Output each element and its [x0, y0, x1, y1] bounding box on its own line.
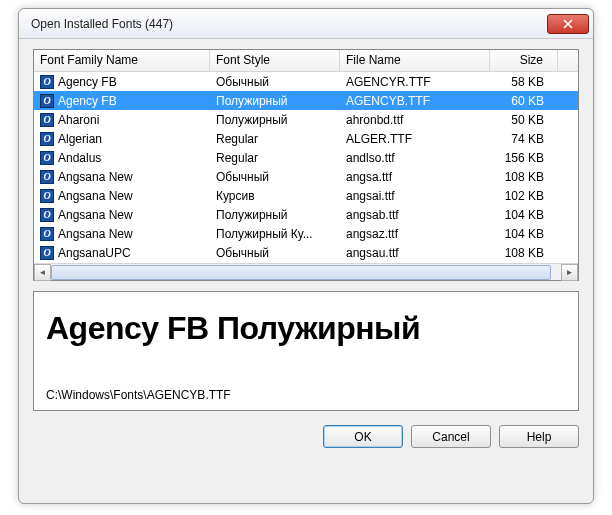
- font-name-label: Agency FB: [58, 94, 117, 108]
- scroll-track[interactable]: [51, 264, 561, 281]
- cell-font-name: OAndalus: [34, 151, 210, 165]
- cell-font-style: Курсив: [210, 189, 340, 203]
- cell-font-style: Полужирный: [210, 94, 340, 108]
- cell-font-name: OAngsana New: [34, 170, 210, 184]
- font-file-icon: O: [40, 94, 54, 108]
- dialog-content: Font Family Name Font Style File Name Si…: [19, 39, 593, 503]
- table-row[interactable]: OAngsana NewКурсивangsai.ttf102 KB: [34, 186, 578, 205]
- cell-font-style: Полужирный: [210, 208, 340, 222]
- cell-font-name: OAgency FB: [34, 75, 210, 89]
- cell-font-style: Полужирный: [210, 113, 340, 127]
- font-file-icon: O: [40, 170, 54, 184]
- cell-file-size: 108 KB: [490, 170, 558, 184]
- col-header-style[interactable]: Font Style: [210, 50, 340, 71]
- scroll-left-button[interactable]: ◄: [34, 264, 51, 281]
- font-file-icon: O: [40, 189, 54, 203]
- open-fonts-dialog: Open Installed Fonts (447) Font Family N…: [18, 8, 594, 504]
- cell-font-name: OAharoni: [34, 113, 210, 127]
- font-name-label: AngsanaUPC: [58, 246, 131, 260]
- titlebar: Open Installed Fonts (447): [19, 9, 593, 39]
- font-file-icon: O: [40, 227, 54, 241]
- font-name-label: Angsana New: [58, 227, 133, 241]
- scroll-thumb[interactable]: [51, 265, 551, 280]
- col-header-size[interactable]: Size: [490, 50, 558, 71]
- table-row[interactable]: OAndalusRegularandlso.ttf156 KB: [34, 148, 578, 167]
- font-file-icon: O: [40, 132, 54, 146]
- cell-font-name: OAngsanaUPC: [34, 246, 210, 260]
- close-button[interactable]: [547, 14, 589, 34]
- cell-font-style: Полужирный Ку...: [210, 227, 340, 241]
- window-title: Open Installed Fonts (447): [31, 17, 547, 31]
- font-file-icon: O: [40, 246, 54, 260]
- col-header-name[interactable]: Font Family Name: [34, 50, 210, 71]
- cell-file-name: angsa.ttf: [340, 170, 490, 184]
- cell-file-size: 104 KB: [490, 208, 558, 222]
- cell-file-name: ALGER.TTF: [340, 132, 490, 146]
- cell-file-name: angsai.ttf: [340, 189, 490, 203]
- cell-font-style: Обычный: [210, 75, 340, 89]
- cancel-button[interactable]: Cancel: [411, 425, 491, 448]
- font-rows: OAgency FBОбычныйAGENCYR.TTF58 KBOAgency…: [34, 72, 578, 263]
- cell-font-name: OAngsana New: [34, 189, 210, 203]
- cell-font-style: Regular: [210, 132, 340, 146]
- font-name-label: Angsana New: [58, 170, 133, 184]
- cell-file-size: 50 KB: [490, 113, 558, 127]
- cell-font-style: Regular: [210, 151, 340, 165]
- table-row[interactable]: OAngsana NewПолужирный Ку...angsaz.ttf10…: [34, 224, 578, 243]
- cell-file-name: AGENCYR.TTF: [340, 75, 490, 89]
- preview-sample-text: Agency FB Полужирный: [46, 310, 566, 347]
- cell-font-name: OAngsana New: [34, 227, 210, 241]
- font-name-label: Andalus: [58, 151, 101, 165]
- table-row[interactable]: OAgency FBПолужирныйAGENCYB.TTF60 KB: [34, 91, 578, 110]
- cell-font-style: Обычный: [210, 170, 340, 184]
- font-name-label: Angsana New: [58, 189, 133, 203]
- font-name-label: Algerian: [58, 132, 102, 146]
- cell-file-name: ahronbd.ttf: [340, 113, 490, 127]
- cell-file-size: 58 KB: [490, 75, 558, 89]
- preview-file-path: C:\Windows\Fonts\AGENCYB.TTF: [46, 388, 566, 402]
- table-row[interactable]: OAngsana NewОбычныйangsa.ttf108 KB: [34, 167, 578, 186]
- ok-button[interactable]: OK: [323, 425, 403, 448]
- cell-file-name: AGENCYB.TTF: [340, 94, 490, 108]
- cell-font-style: Обычный: [210, 246, 340, 260]
- cell-file-size: 60 KB: [490, 94, 558, 108]
- cell-file-name: angsau.ttf: [340, 246, 490, 260]
- cell-file-size: 156 KB: [490, 151, 558, 165]
- col-header-file[interactable]: File Name: [340, 50, 490, 71]
- table-row[interactable]: OAlgerianRegularALGER.TTF74 KB: [34, 129, 578, 148]
- cell-file-name: angsaz.ttf: [340, 227, 490, 241]
- font-file-icon: O: [40, 151, 54, 165]
- scroll-right-button[interactable]: ►: [561, 264, 578, 281]
- help-button[interactable]: Help: [499, 425, 579, 448]
- font-file-icon: O: [40, 113, 54, 127]
- column-headers: Font Family Name Font Style File Name Si…: [34, 50, 578, 72]
- cell-font-name: OAlgerian: [34, 132, 210, 146]
- table-row[interactable]: OAgency FBОбычныйAGENCYR.TTF58 KB: [34, 72, 578, 91]
- font-name-label: Aharoni: [58, 113, 99, 127]
- cell-file-size: 108 KB: [490, 246, 558, 260]
- font-name-label: Agency FB: [58, 75, 117, 89]
- table-row[interactable]: OAngsana NewПолужирныйangsab.ttf104 KB: [34, 205, 578, 224]
- font-list[interactable]: Font Family Name Font Style File Name Si…: [33, 49, 579, 281]
- cell-font-name: OAngsana New: [34, 208, 210, 222]
- cell-file-size: 102 KB: [490, 189, 558, 203]
- font-preview: Agency FB Полужирный C:\Windows\Fonts\AG…: [33, 291, 579, 411]
- font-name-label: Angsana New: [58, 208, 133, 222]
- cell-file-name: andlso.ttf: [340, 151, 490, 165]
- dialog-buttons: OK Cancel Help: [33, 425, 579, 448]
- font-file-icon: O: [40, 75, 54, 89]
- close-icon: [563, 19, 573, 29]
- cell-file-size: 104 KB: [490, 227, 558, 241]
- table-row[interactable]: OAharoniПолужирныйahronbd.ttf50 KB: [34, 110, 578, 129]
- cell-font-name: OAgency FB: [34, 94, 210, 108]
- cell-file-name: angsab.ttf: [340, 208, 490, 222]
- table-row[interactable]: OAngsanaUPCОбычныйangsau.ttf108 KB: [34, 243, 578, 262]
- horizontal-scrollbar[interactable]: ◄ ►: [34, 263, 578, 280]
- font-file-icon: O: [40, 208, 54, 222]
- cell-file-size: 74 KB: [490, 132, 558, 146]
